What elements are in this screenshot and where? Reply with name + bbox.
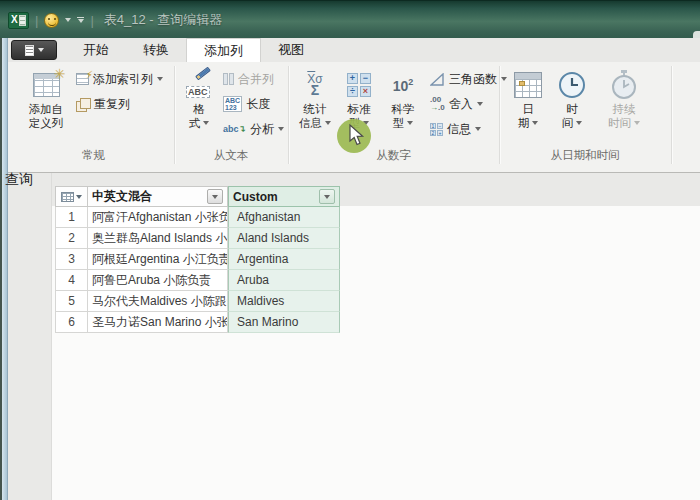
mixed-text-cell[interactable]: 奥兰群岛Aland Islands 小林负责	[88, 228, 228, 249]
group-label-from-datetime: 从日期和时间	[499, 148, 671, 164]
table-row: 3阿根廷Argentina 小江负责Argentina	[55, 249, 340, 270]
table-header-row: 中英文混合 Custom	[55, 186, 340, 207]
table-row: 5马尔代夫Maldives 小陈跟进Maldives	[55, 291, 340, 312]
mixed-text-cell[interactable]: 阿根廷Argentina 小江负责	[88, 249, 228, 270]
information-button[interactable]: 1−2+ 信息	[428, 118, 483, 140]
dropdown-arrow-icon	[532, 121, 538, 125]
date-icon	[514, 72, 542, 98]
rounding-icon: .00→.0	[430, 96, 445, 112]
group-label-general: 常规	[16, 148, 171, 164]
column-header-mixed[interactable]: 中英文混合	[88, 186, 228, 207]
date-button[interactable]: 日 期	[508, 65, 548, 143]
query-preview-table: 中英文混合 Custom 1阿富汗Afghanistan 小张负责Afghani…	[55, 186, 340, 333]
duplicate-column-icon	[76, 98, 90, 111]
group-label-from-number: 从数字	[288, 148, 499, 164]
dropdown-arrow-icon	[407, 121, 413, 125]
merge-columns-icon	[223, 73, 234, 85]
row-number-cell[interactable]: 4	[55, 270, 88, 291]
queries-pane[interactable]	[8, 173, 52, 500]
mixed-text-cell[interactable]: 阿富汗Afghanistan 小张负责	[88, 207, 228, 228]
dropdown-arrow-icon	[203, 121, 209, 125]
information-icon: 1−2+	[430, 123, 443, 136]
row-number-cell[interactable]: 1	[55, 207, 88, 228]
table-row: 2奥兰群岛Aland Islands 小林负责Aland Islands	[55, 228, 340, 249]
standard-icon: +−÷×	[347, 73, 371, 97]
ribbon: ✳ 添加自 定义列 ⚡ 添加索引列 重复列 常规 ABC 格 式 合并列 ABC…	[8, 62, 700, 173]
filter-button[interactable]	[207, 189, 223, 204]
merge-columns-button[interactable]: 合并列	[221, 68, 276, 90]
add-index-column-icon: ⚡	[76, 73, 89, 85]
time-icon	[557, 70, 587, 100]
titlebar: X | | 表4_12 - 查询编辑器	[0, 0, 700, 38]
length-icon: ABC123	[223, 96, 242, 112]
trigonometry-button[interactable]: 三角函数	[428, 68, 509, 90]
custom-column-cell[interactable]: Aruba	[228, 270, 340, 291]
separator: |	[35, 13, 38, 28]
custom-column-cell[interactable]: Maldives	[228, 291, 340, 312]
dropdown-arrow-icon	[157, 77, 163, 81]
duration-icon	[609, 69, 639, 101]
mixed-text-cell[interactable]: 马尔代夫Maldives 小陈跟进	[88, 291, 228, 312]
table-select-all-button[interactable]	[55, 186, 88, 207]
add-custom-column-button[interactable]: ✳ 添加自 定义列	[19, 65, 73, 143]
mixed-text-cell[interactable]: 阿鲁巴Aruba 小陈负责	[88, 270, 228, 291]
trigonometry-icon	[430, 73, 445, 86]
column-header-custom[interactable]: Custom	[228, 186, 340, 207]
group-separator	[671, 66, 672, 164]
dropdown-arrow-icon	[325, 121, 331, 125]
dropdown-arrow-icon	[634, 121, 640, 125]
tab-transform[interactable]: 转换	[126, 38, 186, 62]
row-number-cell[interactable]: 5	[55, 291, 88, 312]
length-button[interactable]: ABC123 长度	[221, 93, 272, 115]
statistics-button[interactable]: XσΣ 统计 信息	[293, 65, 337, 143]
add-custom-column-icon: ✳	[33, 73, 60, 97]
tab-home[interactable]: 开始	[66, 38, 126, 62]
dropdown-arrow-icon	[38, 48, 44, 52]
table-row: 4阿鲁巴Aruba 小陈负责Aruba	[55, 270, 340, 291]
parse-icon: abc↴	[223, 124, 246, 134]
mixed-text-cell[interactable]: 圣马力诺San Marino 小张跟进	[88, 312, 228, 333]
scientific-button[interactable]: 102 科学 型	[382, 65, 424, 143]
custom-column-cell[interactable]: Afghanistan	[228, 207, 340, 228]
table-row: 6圣马力诺San Marino 小张跟进San Marino	[55, 312, 340, 333]
parse-button[interactable]: abc↴ 分析	[221, 118, 286, 140]
custom-column-cell[interactable]: Argentina	[228, 249, 340, 270]
statistics-icon: XσΣ	[307, 74, 322, 96]
ribbon-tabstrip: 开始 转换 添加列 视图	[8, 38, 700, 62]
duplicate-column-button[interactable]: 重复列	[74, 93, 132, 115]
dropdown-arrow-icon	[501, 77, 507, 81]
dropdown-arrow-icon	[576, 121, 582, 125]
custom-column-cell[interactable]: San Marino	[228, 312, 340, 333]
time-button[interactable]: 时 间	[552, 65, 592, 143]
row-number-cell[interactable]: 6	[55, 312, 88, 333]
row-number-cell[interactable]: 2	[55, 228, 88, 249]
separator: |	[90, 13, 93, 28]
add-index-column-button[interactable]: ⚡ 添加索引列	[74, 68, 165, 90]
dropdown-arrow-icon	[76, 195, 82, 199]
custom-column-cell[interactable]: Aland Islands	[228, 228, 340, 249]
table-icon	[61, 192, 74, 202]
duration-button[interactable]: 持续 时间	[598, 65, 650, 143]
scientific-icon: 102	[393, 77, 414, 94]
dropdown-arrow-icon	[278, 127, 284, 131]
tab-add-column[interactable]: 添加列	[186, 38, 261, 62]
file-menu-icon	[25, 45, 34, 56]
quick-access-toolbar: X | | 表4_12 - 查询编辑器	[8, 7, 222, 33]
queries-pane-title: 查询	[5, 171, 33, 189]
row-number-cell[interactable]: 3	[55, 249, 88, 270]
filter-button[interactable]	[319, 189, 335, 204]
tab-view[interactable]: 视图	[261, 38, 321, 62]
file-menu-button[interactable]	[11, 40, 57, 60]
group-label-from-text: 从文本	[174, 148, 288, 164]
table-row: 1阿富汗Afghanistan 小张负责Afghanistan	[55, 207, 340, 228]
excel-logo-icon[interactable]: X	[8, 12, 29, 29]
table-body: 1阿富汗Afghanistan 小张负责Afghanistan2奥兰群岛Alan…	[55, 207, 340, 333]
format-icon: ABC	[186, 72, 212, 98]
chevron-down-icon[interactable]	[65, 18, 71, 22]
smiley-icon[interactable]	[44, 13, 59, 28]
rounding-button[interactable]: .00→.0 舍入	[428, 93, 485, 115]
mouse-cursor-icon	[348, 124, 366, 148]
dropdown-arrow-icon	[475, 127, 481, 131]
format-button[interactable]: ABC 格 式	[180, 65, 218, 143]
customize-qat-icon[interactable]	[77, 17, 84, 23]
